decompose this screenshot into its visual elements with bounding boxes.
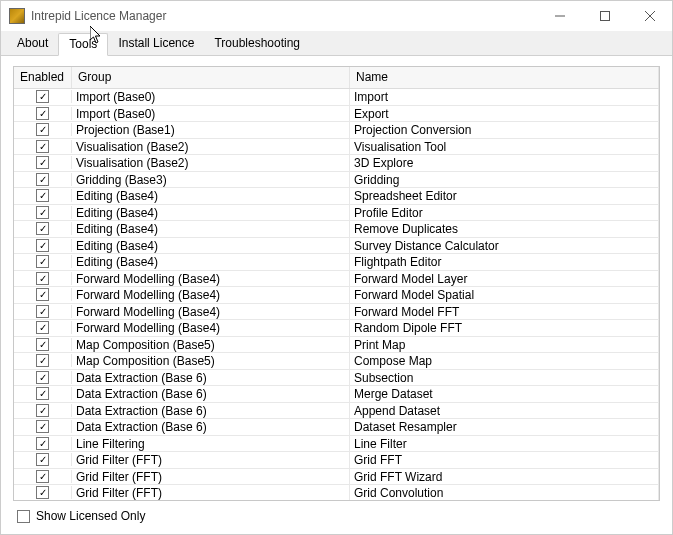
grid-body[interactable]: ✓Import (Base0)Import✓Import (Base0)Expo… [14,89,659,500]
tab-troubleshooting[interactable]: Troubleshooting [204,33,310,55]
table-row[interactable]: ✓Forward Modelling (Base4)Forward Model … [14,271,659,288]
enabled-checkbox[interactable]: ✓ [36,123,49,136]
cell-name: Flightpath Editor [350,254,659,270]
enabled-checkbox[interactable]: ✓ [36,288,49,301]
table-row[interactable]: ✓Import (Base0)Export [14,106,659,123]
table-row[interactable]: ✓Map Composition (Base5)Print Map [14,337,659,354]
enabled-checkbox[interactable]: ✓ [36,470,49,483]
table-row[interactable]: ✓Projection (Base1)Projection Conversion [14,122,659,139]
cell-group: Gridding (Base3) [72,172,350,188]
col-header-enabled[interactable]: Enabled [14,67,72,88]
cell-enabled: ✓ [14,288,72,301]
enabled-checkbox[interactable]: ✓ [36,156,49,169]
table-row[interactable]: ✓Forward Modelling (Base4)Forward Model … [14,304,659,321]
table-row[interactable]: ✓Data Extraction (Base 6)Dataset Resampl… [14,419,659,436]
table-row[interactable]: ✓Forward Modelling (Base4)Forward Model … [14,287,659,304]
enabled-checkbox[interactable]: ✓ [36,173,49,186]
table-row[interactable]: ✓Editing (Base4)Remove Duplicates [14,221,659,238]
enabled-checkbox[interactable]: ✓ [36,338,49,351]
table-row[interactable]: ✓Visualisation (Base2)Visualisation Tool [14,139,659,156]
cell-enabled: ✓ [14,189,72,202]
cell-name: Line Filter [350,436,659,452]
table-row[interactable]: ✓Data Extraction (Base 6)Subsection [14,370,659,387]
table-row[interactable]: ✓Forward Modelling (Base4)Random Dipole … [14,320,659,337]
cell-group: Visualisation (Base2) [72,155,350,171]
tab-bar: AboutToolsInstall LicenceTroubleshooting [1,31,672,56]
cell-name: Profile Editor [350,205,659,221]
enabled-checkbox[interactable]: ✓ [36,206,49,219]
cell-group: Editing (Base4) [72,254,350,270]
cell-name: Grid FFT [350,452,659,468]
cell-group: Projection (Base1) [72,122,350,138]
enabled-checkbox[interactable]: ✓ [36,255,49,268]
cell-enabled: ✓ [14,453,72,466]
cell-group: Data Extraction (Base 6) [72,386,350,402]
cell-name: 3D Explore [350,155,659,171]
enabled-checkbox[interactable]: ✓ [36,222,49,235]
enabled-checkbox[interactable]: ✓ [36,305,49,318]
cell-name: Dataset Resampler [350,419,659,435]
enabled-checkbox[interactable]: ✓ [36,420,49,433]
close-button[interactable] [627,1,672,31]
enabled-checkbox[interactable]: ✓ [36,140,49,153]
table-row[interactable]: ✓Grid Filter (FFT)Grid FFT [14,452,659,469]
table-row[interactable]: ✓Data Extraction (Base 6)Merge Dataset [14,386,659,403]
table-row[interactable]: ✓Import (Base0)Import [14,89,659,106]
cell-enabled: ✓ [14,371,72,384]
table-row[interactable]: ✓Grid Filter (FFT)Grid Convolution [14,485,659,500]
cell-name: Print Map [350,337,659,353]
maximize-button[interactable] [582,1,627,31]
cell-name: Gridding [350,172,659,188]
cell-name: Merge Dataset [350,386,659,402]
enabled-checkbox[interactable]: ✓ [36,189,49,202]
enabled-checkbox[interactable]: ✓ [36,453,49,466]
col-header-name[interactable]: Name [350,67,659,88]
enabled-checkbox[interactable]: ✓ [36,90,49,103]
table-row[interactable]: ✓Data Extraction (Base 6)Append Dataset [14,403,659,420]
cell-enabled: ✓ [14,437,72,450]
enabled-checkbox[interactable]: ✓ [36,404,49,417]
cell-group: Line Filtering [72,436,350,452]
cell-group: Grid Filter (FFT) [72,452,350,468]
tab-tools[interactable]: Tools [58,33,108,56]
enabled-checkbox[interactable]: ✓ [36,321,49,334]
enabled-checkbox[interactable]: ✓ [36,437,49,450]
window-title-bar: Intrepid Licence Manager [1,1,672,31]
enabled-checkbox[interactable]: ✓ [36,272,49,285]
cell-name: Append Dataset [350,403,659,419]
cell-enabled: ✓ [14,222,72,235]
minimize-button[interactable] [537,1,582,31]
col-header-group[interactable]: Group [72,67,350,88]
enabled-checkbox[interactable]: ✓ [36,354,49,367]
cell-group: Editing (Base4) [72,188,350,204]
table-row[interactable]: ✓Editing (Base4)Flightpath Editor [14,254,659,271]
cell-name: Forward Model FFT [350,304,659,320]
enabled-checkbox[interactable]: ✓ [36,239,49,252]
cell-group: Editing (Base4) [72,205,350,221]
cell-name: Projection Conversion [350,122,659,138]
table-row[interactable]: ✓Gridding (Base3)Gridding [14,172,659,189]
cell-name: Compose Map [350,353,659,369]
cell-enabled: ✓ [14,387,72,400]
cell-name: Grid Convolution [350,485,659,500]
table-row[interactable]: ✓Grid Filter (FFT)Grid FFT Wizard [14,469,659,486]
cell-enabled: ✓ [14,173,72,186]
table-row[interactable]: ✓Editing (Base4)Spreadsheet Editor [14,188,659,205]
table-row[interactable]: ✓Visualisation (Base2)3D Explore [14,155,659,172]
footer: Show Licensed Only [13,501,660,525]
tab-install-licence[interactable]: Install Licence [108,33,204,55]
table-row[interactable]: ✓Line FilteringLine Filter [14,436,659,453]
show-licensed-only-checkbox[interactable] [17,510,30,523]
table-row[interactable]: ✓Editing (Base4)Profile Editor [14,205,659,222]
enabled-checkbox[interactable]: ✓ [36,387,49,400]
tab-about[interactable]: About [7,33,58,55]
cell-enabled: ✓ [14,420,72,433]
enabled-checkbox[interactable]: ✓ [36,486,49,499]
enabled-checkbox[interactable]: ✓ [36,107,49,120]
cell-group: Editing (Base4) [72,238,350,254]
cell-enabled: ✓ [14,107,72,120]
enabled-checkbox[interactable]: ✓ [36,371,49,384]
cell-group: Data Extraction (Base 6) [72,403,350,419]
table-row[interactable]: ✓Editing (Base4)Survey Distance Calculat… [14,238,659,255]
table-row[interactable]: ✓Map Composition (Base5)Compose Map [14,353,659,370]
